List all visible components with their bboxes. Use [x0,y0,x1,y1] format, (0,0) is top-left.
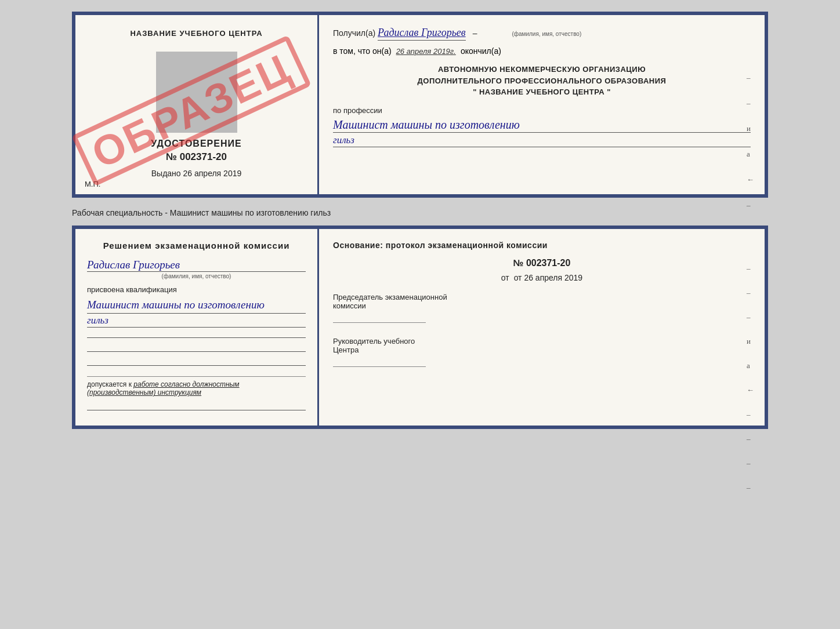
dash-b-6: – [747,459,754,468]
predsedatel-line1: Председатель экзаменационной [333,293,751,301]
recipient-sublabel-top: (фамилия, имя, отчество) [512,31,581,37]
dash-b-2: – [747,288,754,297]
dash-mark-3: – [747,201,754,210]
dash-b-3: – [747,312,754,322]
top-doc-right: Получил(а) Радислав Григорьев – (фамилия… [319,15,765,194]
dopuskaetsya-label: допускается к [87,380,132,388]
bottom-doc-right: Основание: протокол экзаменационной коми… [319,229,765,426]
predsedatel-line2: комиссии [333,301,751,310]
kvalif-line2: гильз [87,314,306,328]
udostoverenie-label: УДОСТОВЕРЕНИЕ [151,139,241,149]
vtom-line: в том, что он(а) 26 апреля 2019г. окончи… [333,46,751,56]
i-b-mark: и [747,337,754,346]
org-line1: АВТОНОМНУЮ НЕКОММЕРЧЕСКУЮ ОРГАНИЗАЦИЮ [333,64,751,75]
dash-b-4: – [747,410,754,419]
poluchil-label: Получил(а) [333,28,375,38]
blank-line-2 [87,341,306,352]
recipient-sublabel-bottom: (фамилия, имя, отчество) [87,273,306,279]
blank-line-1 [87,328,306,338]
ot-date-line: от от 26 апреля 2019 [333,273,751,282]
org-block: АВТОНОМНУЮ НЕКОММЕРЧЕСКУЮ ОРГАНИЗАЦИЮ ДО… [333,64,751,98]
cert-number-top: № 002371-20 [166,151,227,163]
arrow-mark: ← [747,175,754,184]
profession-line2: гильз [333,134,751,147]
dash-b-1: – [747,264,754,273]
blank-line-3 [87,355,306,366]
profession-block: по профессии Машинист машины по изготовл… [333,106,751,147]
dash-mark-1: – [747,73,754,82]
ot-date: от 26 апреля 2019 [514,273,583,282]
top-doc-left: НАЗВАНИЕ УЧЕБНОГО ЦЕНТРА УДОСТОВЕРЕНИЕ №… [75,15,319,194]
rukovoditel-block: Руководитель учебного Центра [333,337,751,367]
dash-b-7: – [747,483,754,492]
vtom-label: в том, что он(а) [333,46,392,56]
org-line3: " НАЗВАНИЕ УЧЕБНОГО ЦЕНТРА " [333,86,751,98]
middle-label: Рабочая специальность - Машинист машины … [72,208,768,217]
blank-line-4 [87,400,306,410]
seal-placeholder [156,52,237,133]
recipient-name-top: Радислав Григорьев [378,27,466,41]
vtom-date: 26 апреля 2019г. [396,47,456,56]
vydano-line: Выдано 26 апреля 2019 [151,169,241,178]
org-line2: ДОПОЛНИТЕЛЬНОГО ПРОФЕССИОНАЛЬНОГО ОБРАЗО… [333,75,751,87]
i-mark: и [747,124,754,133]
rukovoditel-sig-line [333,357,426,367]
a-mark: а [747,150,754,159]
po-professii-label: по профессии [333,106,751,115]
a-b-mark: а [747,361,754,370]
dash-mark-2: – [747,99,754,108]
profession-line1: Машинист машины по изготовлению [333,117,751,133]
rukovoditel-line2: Центра [333,346,751,354]
predsedatel-block: Председатель экзаменационной комиссии [333,293,751,323]
top-document: НАЗВАНИЕ УЧЕБНОГО ЦЕНТРА УДОСТОВЕРЕНИЕ №… [72,12,768,198]
bottom-doc-left: Решением экзаменационной комиссии Радисл… [75,229,319,426]
arrow-b-mark: ← [747,386,754,395]
right-side-marks-bottom: – – – и а ← – – – – [747,264,754,492]
predsedatel-sig-line [333,312,426,323]
recipient-name-bottom: Радислав Григорьев [87,259,306,272]
kvalif-line1: Машинист машины по изготовлению [87,297,306,314]
prisvoena-label: присвоена квалификация [87,285,306,294]
ot-prefix: от [501,273,509,282]
resheniem-title: Решением экзаменационной комиссии [87,241,306,250]
okonchil-label: окончил(а) [461,46,501,56]
protocol-number: № 002371-20 [333,258,751,268]
training-center-title-top: НАЗВАНИЕ УЧЕБНОГО ЦЕНТРА [130,29,262,38]
mp-label: М.П. [85,180,100,188]
bottom-document: Решением экзаменационной комиссии Радисл… [72,226,768,429]
dash-b-5: – [747,434,754,443]
rukovoditel-line1: Руководитель учебного [333,337,751,346]
dash-top: – [473,28,477,38]
osnovanie-title: Основание: протокол экзаменационной коми… [333,241,751,250]
dopuskaetsya-block: допускается к работе согласно должностны… [87,376,306,397]
recipient-line: Получил(а) Радислав Григорьев – (фамилия… [333,27,751,41]
